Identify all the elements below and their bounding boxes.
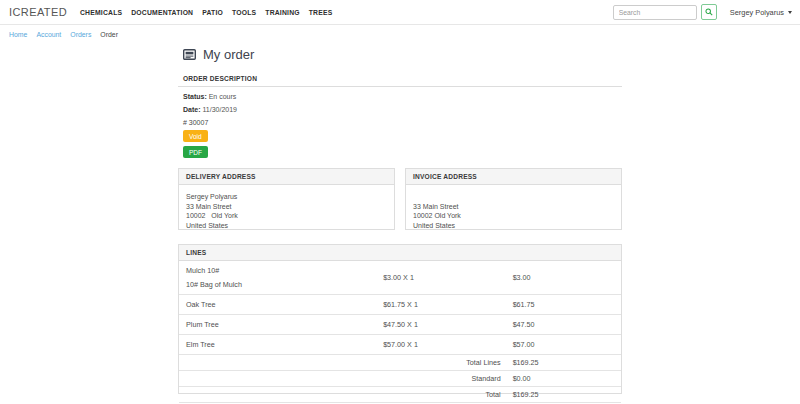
pdf-button[interactable]: PDF <box>183 146 208 158</box>
total-row: Total$169.25 <box>179 386 621 402</box>
line-subtotal: $57.00 <box>506 334 621 354</box>
order-description-section: ORDER DESCRIPTION Status: En cours Date:… <box>178 75 622 158</box>
delivery-address-body: Sergey Polyarus33 Main Street10002 Old Y… <box>179 185 394 235</box>
product-name: Elm Tree <box>186 340 369 349</box>
product-name: Oak Tree <box>186 300 369 309</box>
order-number: # 30007 <box>183 119 622 126</box>
address-line: United States <box>413 221 614 231</box>
breadcrumb-link-home[interactable]: Home <box>9 31 27 38</box>
void-button[interactable]: Void <box>183 130 208 142</box>
menu-item-documentation[interactable]: DOCUMENTATION <box>131 9 193 16</box>
breadcrumb: HomeAccountOrdersOrder <box>0 25 800 43</box>
line-subtotal: $3.00 <box>506 261 621 294</box>
total-label: Standard <box>179 370 506 386</box>
line-qty-price: $61.75 X 1 <box>376 294 506 314</box>
line-qty-price: $3.00 X 1 <box>376 261 506 294</box>
line-qty-price: $47.50 X 1 <box>376 314 506 334</box>
total-label: Total <box>179 386 506 402</box>
breadcrumb-current: Order <box>100 31 118 38</box>
order-line-row: Oak Tree$61.75 X 1$61.75 <box>179 294 621 314</box>
page-title: My order <box>203 47 254 62</box>
order-lines-table: Mulch 10#10# Bag of Mulch$3.00 X 1$3.00O… <box>179 261 621 403</box>
address-line: 10002 Old York <box>413 211 614 221</box>
menu-item-patio[interactable]: PATIO <box>202 9 223 16</box>
order-line-row: Plum Tree$47.50 X 1$47.50 <box>179 314 621 334</box>
top-navbar: ICREATED CHEMICALSDOCUMENTATIONPATIOTOOL… <box>0 0 800 25</box>
user-name: Sergey Polyarus <box>730 8 784 17</box>
line-subtotal: $47.50 <box>506 314 621 334</box>
invoice-address-body: 33 Main Street10002 Old YorkUnited State… <box>406 185 621 235</box>
total-row: Standard$0.00 <box>179 370 621 386</box>
date-label: Date: <box>183 106 201 113</box>
invoice-address-panel: INVOICE ADDRESS 33 Main Street10002 Old … <box>405 168 622 230</box>
address-line: United States <box>186 221 387 231</box>
line-subtotal: $61.75 <box>506 294 621 314</box>
total-value: $0.00 <box>506 370 621 386</box>
page-title-row: My order <box>178 46 622 63</box>
total-value: $169.25 <box>506 354 621 370</box>
user-menu[interactable]: Sergey Polyarus <box>730 8 792 17</box>
menu-item-tools[interactable]: TOOLS <box>232 9 256 16</box>
breadcrumb-link-account[interactable]: Account <box>36 31 61 38</box>
total-label: Total Lines <box>179 354 506 370</box>
order-line-row: Elm Tree$57.00 X 1$57.00 <box>179 334 621 354</box>
address-line: 33 Main Street <box>186 202 387 212</box>
order-description-heading: ORDER DESCRIPTION <box>178 75 622 87</box>
addresses-row: DELIVERY ADDRESS Sergey Polyarus33 Main … <box>178 168 622 230</box>
page-container: My order ORDER DESCRIPTION Status: En co… <box>178 46 622 404</box>
date-value: 11/30/2019 <box>202 106 237 113</box>
delivery-address-panel: DELIVERY ADDRESS Sergey Polyarus33 Main … <box>178 168 395 230</box>
address-line: 33 Main Street <box>413 202 614 212</box>
lines-heading: LINES <box>179 245 621 261</box>
menu-item-training[interactable]: TRAINING <box>265 9 299 16</box>
delivery-address-heading: DELIVERY ADDRESS <box>179 169 394 185</box>
total-row: Total Lines$169.25 <box>179 354 621 370</box>
address-line: Sergey Polyarus <box>186 192 387 202</box>
address-line: 10002 Old York <box>186 211 387 221</box>
search-icon <box>705 8 713 16</box>
product-name: Plum Tree <box>186 320 369 329</box>
brand-logo[interactable]: ICREATED <box>9 6 67 18</box>
menu-item-chemicals[interactable]: CHEMICALS <box>80 9 122 16</box>
status-label: Status: <box>183 93 207 100</box>
status-value: En cours <box>209 93 237 100</box>
order-date-line: Date: 11/30/2019 <box>183 106 622 113</box>
order-line-row: Mulch 10#10# Bag of Mulch$3.00 X 1$3.00 <box>179 261 621 294</box>
line-qty-price: $57.00 X 1 <box>376 334 506 354</box>
menu-item-trees[interactable]: TREES <box>309 9 333 16</box>
order-lines-panel: LINES Mulch 10#10# Bag of Mulch$3.00 X 1… <box>178 244 622 394</box>
order-status-line: Status: En cours <box>183 93 622 100</box>
main-menu: CHEMICALSDOCUMENTATIONPATIOTOOLSTRAINING… <box>80 9 332 16</box>
product-name: Mulch 10# <box>186 266 369 275</box>
search-input[interactable] <box>613 5 697 20</box>
total-value: $169.25 <box>506 386 621 402</box>
search-button[interactable] <box>701 4 717 20</box>
order-card-icon <box>183 49 196 60</box>
invoice-address-heading: INVOICE ADDRESS <box>406 169 621 185</box>
chevron-down-icon <box>788 11 792 14</box>
address-line <box>413 192 614 202</box>
product-description: 10# Bag of Mulch <box>186 280 369 289</box>
breadcrumb-link-orders[interactable]: Orders <box>70 31 91 38</box>
navbar-right: Sergey Polyarus <box>613 4 792 20</box>
